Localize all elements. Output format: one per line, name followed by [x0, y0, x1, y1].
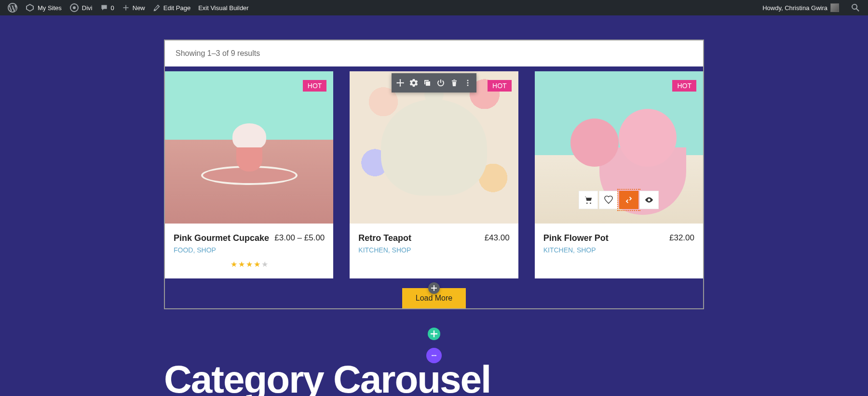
add-row-button[interactable] [428, 328, 440, 340]
comment-icon [100, 4, 108, 12]
sites-icon [25, 3, 35, 13]
plus-icon [431, 330, 437, 337]
product-title: Pink Gourmet Cupcake [174, 233, 269, 243]
product-title: Pink Flower Pot [543, 233, 609, 243]
trash-icon [450, 79, 458, 87]
product-price: £3.00 – £5.00 [274, 233, 325, 243]
eye-icon [645, 196, 653, 204]
compare-button[interactable] [619, 191, 638, 209]
howdy-text: Howdy, Christina Gwira [762, 4, 827, 12]
star-rating: ★ ★ ★ ★ ★ [174, 260, 325, 269]
main-content: Showing 1–3 of 9 results HOT Pink Gourme… [164, 15, 704, 396]
add-module-button[interactable] [428, 282, 440, 294]
svg-point-3 [467, 82, 469, 84]
comments-count: 0 [111, 4, 114, 12]
wp-admin-bar: My Sites Divi 0 New Edit Page Exit Visua… [0, 0, 868, 15]
star-icon: ★ [246, 260, 253, 269]
product-title: Retro Teapot [358, 233, 411, 243]
product-image: HOT [165, 71, 333, 224]
category-link[interactable]: SHOP [197, 246, 216, 254]
search-icon [851, 3, 860, 13]
move-button[interactable] [393, 75, 407, 91]
exit-vb-link[interactable]: Exit Visual Builder [194, 0, 253, 15]
product-categories: KITCHEN, SHOP [358, 246, 411, 254]
move-icon [396, 79, 404, 87]
add-to-cart-button[interactable] [579, 191, 598, 209]
plus-icon [122, 4, 130, 12]
wishlist-button[interactable] [599, 191, 618, 209]
quickview-button[interactable] [639, 191, 659, 209]
product-card[interactable]: HOT Pink Flower Pot [535, 71, 703, 278]
results-text: Showing 1–3 of 9 results [176, 49, 260, 57]
load-more-section: Load More [165, 288, 703, 308]
cart-icon [584, 196, 593, 204]
category-link[interactable]: SHOP [392, 246, 411, 254]
star-icon: ★ [261, 260, 268, 269]
svg-point-2 [467, 80, 469, 81]
product-image: HOT [350, 71, 518, 224]
my-sites-link[interactable]: My Sites [21, 0, 66, 15]
gear-icon [410, 79, 418, 87]
section-controls [164, 324, 704, 367]
product-info: Pink Flower Pot KITCHEN, SHOP £32.00 [535, 224, 703, 264]
delete-button[interactable] [448, 75, 461, 91]
hot-badge: HOT [303, 80, 327, 92]
power-icon [437, 79, 445, 87]
more-icon [464, 79, 472, 87]
product-price: £43.00 [485, 233, 510, 243]
divi-label: Divi [82, 4, 93, 12]
results-header: Showing 1–3 of 9 results [164, 40, 704, 66]
new-label: New [133, 4, 145, 12]
pencil-icon [153, 4, 161, 12]
product-card[interactable]: HOT Retro Teapot KITCHEN, SHOP £43.00 [350, 71, 518, 278]
svg-point-6 [434, 355, 435, 356]
product-categories: FOOD, SHOP [174, 246, 269, 254]
divi-icon [69, 3, 79, 13]
svg-point-5 [432, 355, 433, 356]
product-price: £32.00 [669, 233, 694, 243]
compare-icon [624, 196, 633, 204]
svg-point-7 [435, 355, 436, 356]
admin-left: My Sites Divi 0 New Edit Page Exit Visua… [4, 0, 253, 15]
product-categories: KITCHEN, SHOP [543, 246, 609, 254]
svg-point-1 [73, 6, 76, 9]
admin-right: Howdy, Christina Gwira [759, 0, 864, 15]
category-link[interactable]: KITCHEN [543, 246, 573, 254]
heart-icon [604, 196, 613, 204]
plus-icon [431, 285, 437, 291]
more-button[interactable] [461, 75, 475, 91]
category-link[interactable]: SHOP [577, 246, 596, 254]
category-link[interactable]: KITCHEN [358, 246, 388, 254]
product-image: HOT [535, 71, 703, 224]
builder-menu-button[interactable] [426, 348, 442, 363]
product-info: Retro Teapot KITCHEN, SHOP £43.00 [350, 224, 518, 264]
category-link[interactable]: FOOD [174, 246, 193, 254]
save-button[interactable] [434, 75, 448, 91]
divi-link[interactable]: Divi [66, 0, 96, 15]
comments-link[interactable]: 0 [96, 0, 118, 15]
products-grid: HOT Pink Gourmet Cupcake FOOD, SHOP £3.0… [165, 71, 703, 278]
star-icon: ★ [238, 260, 245, 269]
hot-badge: HOT [672, 80, 696, 92]
duplicate-icon [423, 79, 431, 87]
product-actions [579, 191, 659, 209]
edit-page-label: Edit Page [163, 4, 190, 12]
edit-page-link[interactable]: Edit Page [149, 0, 194, 15]
wordpress-icon [8, 3, 17, 13]
product-info: Pink Gourmet Cupcake FOOD, SHOP £3.00 – … [165, 224, 333, 278]
howdy-link[interactable]: Howdy, Christina Gwira [759, 0, 843, 15]
hot-badge: HOT [488, 80, 512, 92]
my-sites-label: My Sites [38, 4, 62, 12]
dots-icon [431, 352, 437, 359]
module-toolbar [392, 73, 476, 92]
exit-vb-label: Exit Visual Builder [198, 4, 249, 12]
wordpress-logo[interactable] [4, 0, 21, 15]
star-icon: ★ [231, 260, 237, 269]
new-link[interactable]: New [118, 0, 149, 15]
svg-point-4 [467, 85, 469, 86]
settings-button[interactable] [407, 75, 420, 91]
search-toggle[interactable] [847, 0, 864, 15]
product-card[interactable]: HOT Pink Gourmet Cupcake FOOD, SHOP £3.0… [165, 71, 333, 278]
star-icon: ★ [254, 260, 260, 269]
duplicate-button[interactable] [420, 75, 434, 91]
